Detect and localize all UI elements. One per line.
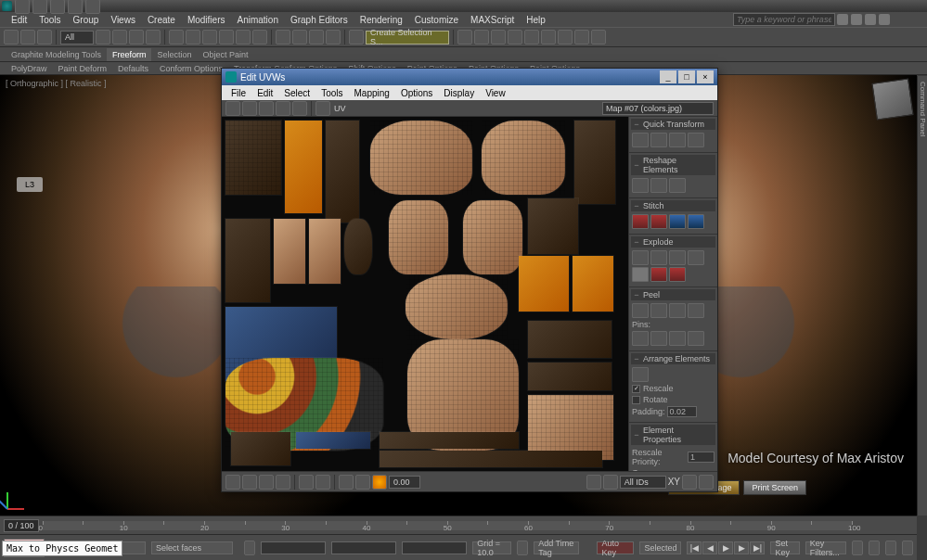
select-name-icon[interactable] <box>112 30 127 45</box>
rollout-reshape[interactable]: Reshape Elements <box>631 155 715 175</box>
render-frame-icon[interactable] <box>574 30 589 45</box>
qa-undo-icon[interactable] <box>68 0 83 14</box>
ribbon-tab-selection[interactable]: Selection <box>151 48 197 61</box>
explode-1-icon[interactable] <box>632 250 649 265</box>
uvw-sel-face-icon[interactable] <box>259 475 274 490</box>
viewport-label[interactable]: [ Orthographic ] [ Realistic ] <box>6 79 107 88</box>
uvw-sel-vertex-icon[interactable] <box>225 475 240 490</box>
time-slider[interactable]: 0 / 100 0102030405060708090100 <box>0 515 917 534</box>
rollout-quick-transform[interactable]: Quick Transform <box>631 119 715 130</box>
snap-icon[interactable] <box>276 30 290 45</box>
menu-group[interactable]: Group <box>68 14 105 26</box>
uvw-rotate-icon[interactable] <box>242 101 257 116</box>
align-icon[interactable] <box>474 30 489 45</box>
reshape-straighten-icon[interactable] <box>632 178 649 193</box>
nav-zoom-icon[interactable] <box>869 541 880 555</box>
peel-mode-icon[interactable] <box>650 303 667 318</box>
goto-start-icon[interactable]: |◀ <box>687 541 702 554</box>
qa-save-icon[interactable] <box>50 0 65 14</box>
rotate-icon[interactable] <box>186 30 200 45</box>
nav-orbit-icon[interactable] <box>885 541 896 555</box>
uvw-soft-sel-icon[interactable] <box>299 475 314 490</box>
ribbon-tab-object-paint[interactable]: Object Paint <box>197 48 253 61</box>
uvw-spin[interactable]: 0.00 <box>389 476 420 489</box>
close-icon[interactable]: × <box>697 70 714 83</box>
stitch-1-icon[interactable] <box>632 214 649 229</box>
refcoord-icon[interactable] <box>219 30 234 45</box>
rollout-stitch[interactable]: Stitch <box>631 200 715 211</box>
move-icon[interactable] <box>169 30 184 45</box>
menu-modifiers[interactable]: Modifiers <box>182 14 231 26</box>
rollout-arrange[interactable]: Arrange Elements <box>631 353 715 364</box>
nav-max-icon[interactable] <box>902 541 913 555</box>
material-editor-icon[interactable] <box>541 30 556 45</box>
bind-icon[interactable] <box>37 30 52 45</box>
help-icon[interactable] <box>879 14 890 25</box>
uvw-freeform-icon[interactable] <box>276 101 290 116</box>
uvw-menu-display[interactable]: Display <box>438 87 480 99</box>
timeline-track[interactable]: 0102030405060708090100 <box>43 521 852 530</box>
padding-spinner[interactable]: 0.02 <box>667 406 697 417</box>
rollout-element-props[interactable]: Element Properties <box>631 425 715 445</box>
select-region-icon[interactable] <box>129 30 144 45</box>
qa-redo-icon[interactable] <box>85 0 100 14</box>
uvw-menu-select[interactable]: Select <box>278 87 315 99</box>
uvw-titlebar[interactable]: Edit UVWs _ □ × <box>222 69 717 85</box>
mirror-icon[interactable] <box>457 30 472 45</box>
ribbon-tab-modeling[interactable]: Graphite Modeling Tools <box>6 48 107 61</box>
explode-4-icon[interactable] <box>688 250 704 265</box>
menu-tools[interactable]: Tools <box>33 14 66 26</box>
panel-conform[interactable]: Conform Options <box>154 63 228 74</box>
uvw-sel-element-icon[interactable] <box>276 475 290 490</box>
qt-align-v-icon[interactable] <box>650 133 667 147</box>
pin-all-icon[interactable] <box>669 331 686 346</box>
stitch-2-icon[interactable] <box>650 214 667 229</box>
panel-polydraw[interactable]: PolyDraw <box>6 63 53 74</box>
uvw-menu-mapping[interactable]: Mapping <box>349 87 395 99</box>
uvw-menu-file[interactable]: File <box>225 87 251 99</box>
arrange-pack-icon[interactable] <box>632 367 649 382</box>
next-frame-icon[interactable]: ▶ <box>734 541 749 554</box>
command-panel-collapsed[interactable]: Command Panel <box>917 76 927 515</box>
uvw-mirror-icon[interactable] <box>292 101 307 116</box>
explode-circle-icon[interactable] <box>632 267 649 282</box>
explode-2-icon[interactable] <box>650 250 667 265</box>
uvw-zoom-ext-icon[interactable] <box>682 475 697 490</box>
z-coord-input[interactable] <box>402 541 467 554</box>
scale-icon[interactable] <box>202 30 217 45</box>
peel-quick-icon[interactable] <box>632 303 649 318</box>
pin-none-icon[interactable] <box>688 331 704 346</box>
pin-add-icon[interactable] <box>632 331 649 346</box>
uvw-canvas[interactable] <box>222 117 628 471</box>
curve-editor-icon[interactable] <box>508 30 522 45</box>
uvw-sel-edge-icon[interactable] <box>242 475 257 490</box>
uvw-menu-options[interactable]: Options <box>395 87 438 99</box>
percent-snap-icon[interactable] <box>309 30 324 45</box>
maximize-icon[interactable]: □ <box>678 70 695 83</box>
edit-uvws-window[interactable]: Edit UVWs _ □ × File Edit Select Tools M… <box>221 68 718 492</box>
menu-views[interactable]: Views <box>105 14 141 26</box>
rescale-checkbox[interactable]: ✓ <box>632 385 640 393</box>
uvw-checker-icon[interactable] <box>315 101 330 116</box>
explode-3-icon[interactable] <box>669 250 686 265</box>
add-time-tag[interactable]: Add Time Tag <box>534 541 579 554</box>
menu-create[interactable]: Create <box>142 14 181 26</box>
favorites-icon[interactable] <box>865 14 876 25</box>
angle-snap-icon[interactable] <box>292 30 307 45</box>
minimize-icon[interactable]: _ <box>660 70 676 83</box>
peel-pelt-icon[interactable] <box>688 303 704 318</box>
lock-selection-icon[interactable] <box>244 541 255 555</box>
stitch-4-icon[interactable] <box>688 214 704 229</box>
y-coord-input[interactable] <box>331 541 396 554</box>
autokey-button[interactable]: Auto Key <box>597 541 634 554</box>
nav-pan-icon[interactable] <box>852 541 863 555</box>
menu-animation[interactable]: Animation <box>231 14 283 26</box>
viewcube[interactable] <box>871 78 913 120</box>
pin-remove-icon[interactable] <box>650 331 667 346</box>
menu-help[interactable]: Help <box>521 14 551 26</box>
qa-open-icon[interactable] <box>32 0 47 14</box>
qa-new-icon[interactable] <box>15 0 30 14</box>
frame-indicator[interactable]: 0 / 100 <box>4 519 39 532</box>
x-coord-input[interactable] <box>261 541 326 554</box>
spinner-snap-icon[interactable] <box>326 30 341 45</box>
